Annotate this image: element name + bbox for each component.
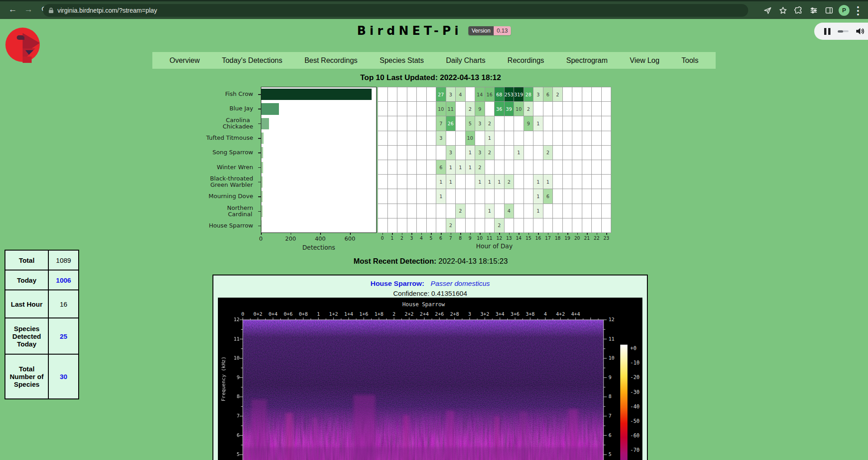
heatmap-cell: [436, 218, 446, 232]
spectrogram-freq-tick: 8: [224, 394, 240, 399]
heatmap-cell: 3: [475, 116, 485, 130]
pause-button[interactable]: [824, 28, 830, 35]
spectrogram-time-tick: 3+6: [510, 311, 519, 317]
nav-item-recordings[interactable]: Recordings: [508, 57, 544, 65]
heatmap-cell: [543, 204, 553, 218]
heatmap-cell: [397, 131, 407, 145]
heatmap-cell: [407, 131, 417, 145]
detection-common-name-link[interactable]: House Sparrow:: [370, 280, 424, 287]
audio-player: [814, 23, 868, 40]
heatmap-cell: 3: [475, 146, 485, 160]
nav-item-species-stats[interactable]: Species Stats: [380, 57, 424, 65]
spectrogram-time-tick: 0+4: [269, 311, 278, 317]
heatmap-cell: [475, 131, 485, 145]
bar-axis-tick: 0: [259, 235, 263, 242]
heatmap-cell: [505, 131, 514, 145]
heatmap-cell: [543, 218, 553, 232]
hour-axis-tick: 16: [535, 236, 541, 241]
profile-avatar[interactable]: P: [839, 5, 849, 16]
heatmap-cell: [417, 131, 426, 145]
browser-back-button[interactable]: ←: [6, 3, 19, 16]
nav-item-today-s-detections[interactable]: Today's Detections: [222, 57, 283, 65]
heatmap-cell: 1: [436, 175, 446, 189]
spectrogram-image[interactable]: House Sparrow00+20+40+60+811+21+41+61+82…: [218, 298, 642, 460]
hour-axis-tick: 17: [545, 236, 551, 241]
audio-progress-bar[interactable]: [838, 30, 849, 33]
heatmap-cell: 1: [485, 131, 495, 145]
heatmap-cell: [495, 204, 504, 218]
volume-icon[interactable]: [855, 27, 864, 35]
heatmap-cell: [475, 189, 485, 203]
side-panel-icon[interactable]: [825, 6, 833, 14]
nav-item-best-recordings[interactable]: Best Recordings: [304, 57, 357, 65]
heatmap-cell: [485, 160, 495, 174]
address-bar[interactable]: virginia.birdnetpi.com/?stream=play: [43, 4, 748, 17]
species-label: Black-throated Green Warbler: [174, 175, 258, 189]
species-label: Mourning Dove: [174, 189, 258, 204]
stats-value: 25: [48, 318, 79, 354]
nav-item-spectrogram[interactable]: Spectrogram: [566, 57, 608, 65]
heatmap-cell: [533, 218, 543, 232]
heatmap-cell: 6: [436, 160, 446, 174]
stats-table: Total1089Today1006Last Hour16Species Det…: [5, 250, 79, 399]
send-icon[interactable]: [764, 6, 772, 14]
stats-value-link[interactable]: 25: [60, 332, 67, 340]
hour-axis-tick: 0: [381, 236, 384, 241]
spectrogram-canvas: [218, 298, 642, 460]
heatmap-cell: [378, 102, 387, 116]
stats-value: 30: [48, 354, 79, 399]
tune-sliders-icon[interactable]: [810, 6, 818, 14]
detection-scientific-name-link[interactable]: Passer domesticus: [431, 280, 490, 287]
spectrogram-freq-tick: 10: [224, 355, 240, 361]
heatmap-cell: 1: [533, 175, 543, 189]
detections-bar-chart: [261, 87, 377, 233]
spectrogram-freq-tick: 12: [224, 317, 240, 322]
heatmap-cell: 16: [485, 87, 495, 101]
heatmap-cell: 10: [514, 102, 524, 116]
heatmap-cell: [417, 146, 426, 160]
bookmark-star-icon[interactable]: [779, 6, 787, 14]
heatmap-cell: 36: [495, 102, 504, 116]
nav-item-daily-charts[interactable]: Daily Charts: [446, 57, 486, 65]
heatmap-cell: [553, 146, 562, 160]
nav-item-view-log[interactable]: View Log: [630, 57, 660, 65]
stats-value-link[interactable]: 30: [60, 373, 67, 380]
heatmap-cell: [602, 131, 611, 145]
heatmap-cell: 3: [436, 131, 446, 145]
stats-row: Total1089: [5, 250, 79, 270]
hour-axis-tick: 7: [449, 236, 452, 241]
spectrogram-time-tick: 4+2: [556, 311, 565, 317]
heatmap-cell: [582, 189, 592, 203]
heatmap-cell: [563, 131, 572, 145]
spectrogram-time-tick: 4+4: [571, 311, 580, 317]
hour-axis-tick: 18: [555, 236, 561, 241]
heatmap-cell: 4: [505, 204, 514, 218]
heatmap-cell: [514, 189, 524, 203]
nav-item-tools[interactable]: Tools: [682, 57, 698, 65]
heatmap-cell: [572, 204, 582, 218]
detections-bar: [261, 162, 263, 173]
browser-menu-kebab-icon[interactable]: •••: [856, 5, 860, 16]
heatmap-cell: [602, 160, 611, 174]
heatmap-cell: 39: [505, 102, 514, 116]
heatmap-cell: 7: [436, 116, 446, 130]
heatmap-cell: [592, 175, 601, 189]
detection-species-line: House Sparrow: Passer domesticus: [213, 280, 647, 288]
heatmap-cell: [388, 102, 397, 116]
nav-item-overview[interactable]: Overview: [170, 57, 200, 65]
stats-row: Total Number of Species30: [5, 354, 79, 399]
detections-bar: [261, 147, 263, 158]
extensions-puzzle-icon[interactable]: [794, 6, 802, 14]
browser-forward-button[interactable]: →: [22, 3, 35, 16]
spectrogram-time-tick: 3: [468, 311, 472, 317]
heatmap-cell: [572, 175, 582, 189]
heatmap-cell: [427, 204, 436, 218]
heatmap-cell: 2: [524, 102, 533, 116]
heatmap-cell: 2: [543, 146, 553, 160]
stats-value-link[interactable]: 1006: [56, 276, 71, 284]
heatmap-cell: 1: [446, 175, 456, 189]
heatmap-cell: [397, 218, 407, 232]
heatmap-cell: 5: [466, 116, 475, 130]
heatmap-cell: [572, 116, 582, 130]
heatmap-cell: [456, 116, 465, 130]
